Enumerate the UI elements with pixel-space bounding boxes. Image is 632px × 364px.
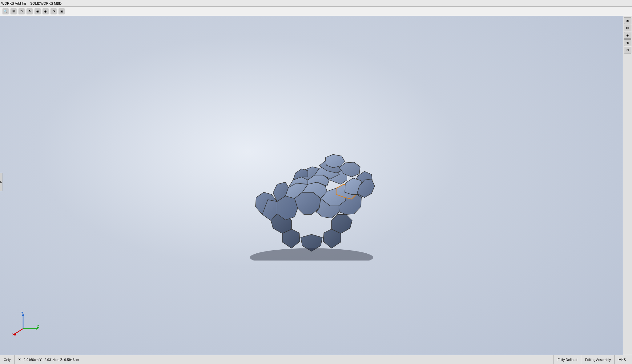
coordinates-section: X: -2.9160cm Y: -2.9314cm Z: 9.5946cm [15, 355, 554, 364]
rotate-icon[interactable]: ↻ [18, 8, 25, 14]
left-panel-tab[interactable]: ▶ [0, 173, 2, 191]
menu-bar: WORKS Add-Ins SOLIDWORKS MBD [0, 0, 632, 7]
render-icon[interactable]: ◈ [42, 8, 49, 14]
right-sidebar: ▣ ◧ ◈ ◉ ⊡ [623, 16, 632, 355]
status-bar: Only X: -2.9160cm Y: -2.9314cm Z: 9.5946… [0, 355, 632, 364]
mode-label: Editing Assembly [585, 358, 611, 362]
zoom-icon[interactable]: 🔍 [2, 8, 9, 14]
display-icon[interactable]: ▣ [58, 8, 65, 14]
coordinates-display: X: -2.9160cm Y: -2.9314cm Z: 9.5946cm [18, 358, 79, 362]
zoom-fit-icon[interactable]: ⊞ [10, 8, 17, 14]
sidebar-btn-2[interactable]: ◧ [624, 25, 631, 31]
svg-marker-4 [332, 214, 352, 233]
mode-status: Editing Assembly [581, 355, 615, 364]
menu-addins[interactable]: WORKS Add-Ins [1, 2, 26, 5]
svg-text:X: X [12, 333, 15, 336]
definition-label: Fully Defined [558, 358, 577, 362]
sidebar-btn-5[interactable]: ⊡ [624, 47, 631, 53]
svg-text:Y: Y [21, 312, 23, 315]
sidebar-btn-1[interactable]: ▣ [624, 17, 631, 24]
coordinate-axes: Y Z X [12, 312, 40, 336]
model-svg [231, 101, 392, 260]
toolbar: 🔍 ⊞ ↻ ✥ ◉ ◈ ⚙ ▣ [0, 7, 632, 16]
units-status: MKS [615, 355, 630, 364]
definition-status: Fully Defined [554, 355, 581, 364]
sidebar-btn-4[interactable]: ◉ [624, 39, 631, 46]
svg-line-35 [15, 329, 23, 334]
filter-status: Only [2, 355, 15, 364]
svg-point-28 [250, 248, 373, 260]
pan-icon[interactable]: ✥ [26, 8, 33, 14]
units-label: MKS [618, 358, 626, 362]
menu-mbd[interactable]: SOLIDWORKS MBD [30, 2, 62, 5]
view-icon[interactable]: ◉ [34, 8, 41, 14]
viewport[interactable]: Y Z X [0, 16, 623, 355]
sidebar-btn-3[interactable]: ◈ [624, 32, 631, 39]
model-container [231, 101, 392, 260]
filter-label: Only [4, 358, 11, 362]
settings-icon[interactable]: ⚙ [50, 8, 57, 14]
svg-text:Z: Z [37, 324, 39, 329]
